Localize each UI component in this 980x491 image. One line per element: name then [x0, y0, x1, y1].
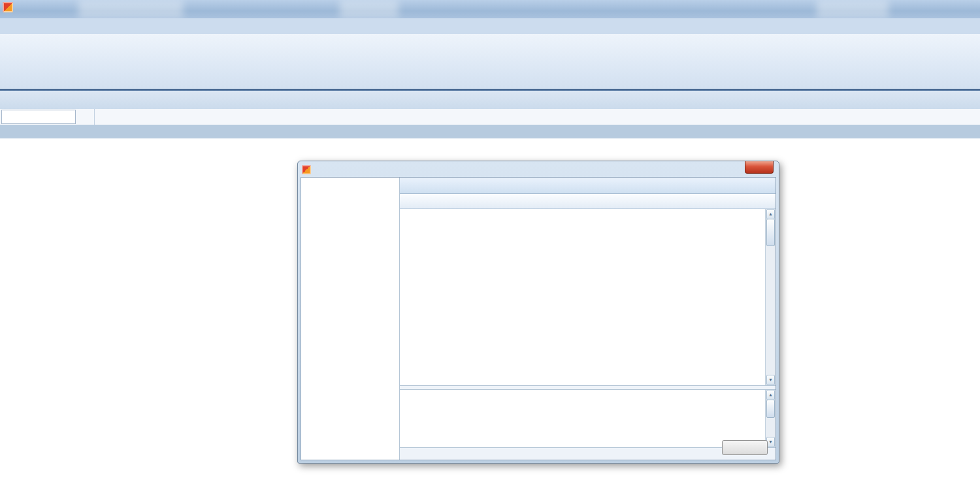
- dialog-toolbar: [400, 194, 776, 209]
- document-tabs: [0, 125, 980, 138]
- aero-glass-artifact: [817, 0, 889, 18]
- formula-bar: [0, 109, 980, 125]
- panel-title: [400, 178, 776, 194]
- title-bar: [0, 0, 980, 18]
- elements-grid-scrollbar[interactable]: ▲ ▼: [765, 390, 776, 447]
- name-box[interactable]: [1, 110, 76, 124]
- dialog-app-icon: [302, 165, 311, 174]
- scrollbar-thumb[interactable]: [766, 400, 775, 418]
- elements-grid: ▲ ▼: [400, 389, 776, 448]
- quick-access-toolbar: [0, 91, 980, 110]
- dialog-footer: [400, 448, 776, 460]
- scroll-down-icon[interactable]: ▼: [766, 375, 775, 385]
- formula-buttons: [76, 109, 95, 125]
- app-icon: [3, 2, 13, 12]
- aero-glass-artifact: [78, 0, 183, 18]
- indexes-grid-scrollbar[interactable]: ▲ ▼: [765, 209, 776, 385]
- scroll-up-icon[interactable]: ▲: [766, 390, 775, 400]
- menu-tabs: [0, 18, 980, 35]
- estimate-parameters-dialog: ▲ ▼ ▲ ▼: [297, 161, 779, 464]
- dialog-body: ▲ ▼ ▲ ▼: [301, 177, 776, 460]
- dialog-main-panel: ▲ ▼ ▲ ▼: [400, 178, 776, 460]
- indexes-grid: ▲ ▼: [400, 209, 776, 386]
- scroll-up-icon[interactable]: ▲: [766, 209, 775, 219]
- ribbon: [0, 34, 980, 89]
- aero-glass-artifact: [340, 0, 399, 18]
- parameters-tree: [301, 178, 400, 460]
- close-icon[interactable]: [745, 161, 774, 174]
- dialog-title-bar[interactable]: [298, 161, 779, 177]
- ok-button[interactable]: [722, 440, 768, 455]
- scrollbar-thumb[interactable]: [766, 219, 775, 246]
- grand-smeta-app: { "window": {"title": "ГРАНД-Смета - Кот…: [0, 0, 980, 491]
